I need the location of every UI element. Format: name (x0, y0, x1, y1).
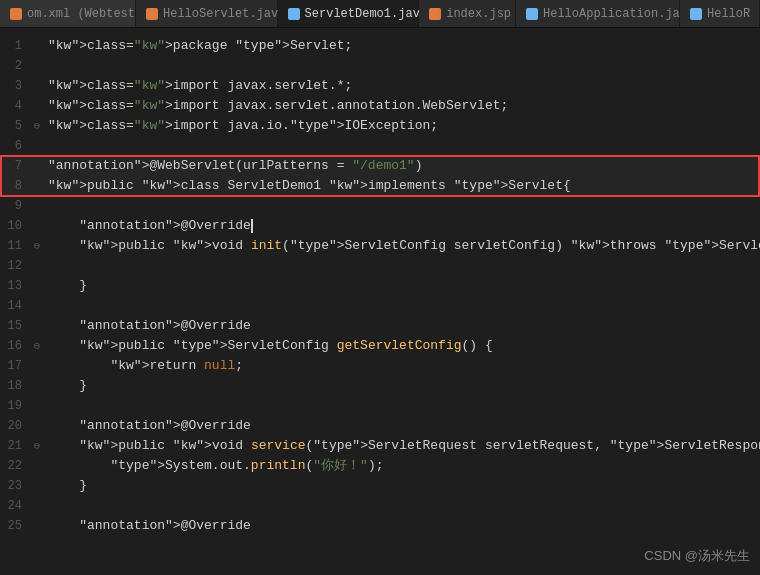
code-line: 17 "kw">return null; (0, 356, 760, 376)
line-number: 8 (0, 176, 30, 196)
code-content: "kw">class="kw">package "type">Servlet; (44, 36, 760, 56)
tab-helloservlet-label: HelloServlet.java (163, 7, 285, 21)
tab-bar: om.xml (Webtest) × HelloServlet.java × S… (0, 0, 760, 28)
line-number: 5 (0, 116, 30, 136)
fold-marker[interactable]: ⊖ (30, 336, 44, 356)
line-number: 13 (0, 276, 30, 296)
tab-helloapplication[interactable]: HelloApplication.java × (516, 0, 680, 27)
tab-hellorr[interactable]: HelloR × (680, 0, 760, 27)
line-number: 6 (0, 136, 30, 156)
code-line: 5⊖"kw">class="kw">import java.io."type">… (0, 116, 760, 136)
line-number: 20 (0, 416, 30, 436)
code-line: 2 (0, 56, 760, 76)
tab-xml[interactable]: om.xml (Webtest) × (0, 0, 136, 27)
code-line: 20 "annotation">@Override (0, 416, 760, 436)
tab-helloservlet[interactable]: HelloServlet.java × (136, 0, 278, 27)
line-number: 23 (0, 476, 30, 496)
code-content: "annotation">@Override (44, 416, 760, 436)
line-number: 24 (0, 496, 30, 516)
code-content: } (44, 476, 760, 496)
code-content: "kw">class="kw">import java.io."type">IO… (44, 116, 760, 136)
tab-hellorr-label: HelloR (707, 7, 750, 21)
code-line: 14 (0, 296, 760, 316)
code-content: "annotation">@Override (44, 316, 760, 336)
line-number: 10 (0, 216, 30, 236)
line-number: 17 (0, 356, 30, 376)
code-line: 12 (0, 256, 760, 276)
code-line: 3 "kw">class="kw">import javax.servlet.*… (0, 76, 760, 96)
code-content: } (44, 276, 760, 296)
code-line: 21⊖ "kw">public "kw">void service("type"… (0, 436, 760, 456)
code-line: 25 "annotation">@Override (0, 516, 760, 536)
code-line: 6 (0, 136, 760, 156)
line-number: 7 (0, 156, 30, 176)
code-content: "kw">public "kw">void service("type">Ser… (44, 436, 760, 456)
tab-xml-label: om.xml (Webtest) (27, 7, 142, 21)
code-line: 23 } (0, 476, 760, 496)
code-line: 10 "annotation">@Override (0, 216, 760, 236)
line-number: 21 (0, 436, 30, 456)
line-number: 22 (0, 456, 30, 476)
code-line: 1 "kw">class="kw">package "type">Servlet… (0, 36, 760, 56)
code-content (44, 296, 760, 316)
code-content: "kw">return null; (44, 356, 760, 376)
code-content: "annotation">@Override (44, 516, 760, 536)
code-content: "kw">class="kw">import javax.servlet.*; (44, 76, 760, 96)
code-content: "annotation">@WebServlet(urlPatterns = "… (44, 156, 760, 176)
code-content: } (44, 376, 760, 396)
code-line: 13 } (0, 276, 760, 296)
line-number: 1 (0, 36, 30, 56)
code-line: 11⊖ "kw">public "kw">void init("type">Se… (0, 236, 760, 256)
java-hello-icon (690, 8, 702, 20)
code-content (44, 256, 760, 276)
line-number: 9 (0, 196, 30, 216)
jsp-icon (429, 8, 441, 20)
line-number: 12 (0, 256, 30, 276)
tab-index-label: index.jsp (446, 7, 511, 21)
code-content: "kw">public "kw">void init("type">Servle… (44, 236, 760, 256)
code-content (44, 196, 760, 216)
code-content: "kw">public "type">ServletConfig getServ… (44, 336, 760, 356)
tab-helloapplication-label: HelloApplication.java (543, 7, 694, 21)
line-number: 14 (0, 296, 30, 316)
code-content: "annotation">@Override (44, 216, 760, 236)
fold-marker[interactable]: ⊖ (30, 436, 44, 456)
tab-servletdemo-label: ServletDemo1.java (305, 7, 427, 21)
code-content (44, 56, 760, 76)
line-number: 16 (0, 336, 30, 356)
code-content (44, 136, 760, 156)
code-content: "type">System.out.println("你好！"); (44, 456, 760, 476)
line-number: 18 (0, 376, 30, 396)
java-servlet-icon (288, 8, 300, 20)
code-line: 4 "kw">class="kw">import javax.servlet.a… (0, 96, 760, 116)
tab-index[interactable]: index.jsp × (419, 0, 516, 27)
line-number: 15 (0, 316, 30, 336)
line-number: 19 (0, 396, 30, 416)
code-content: "kw">class="kw">import javax.servlet.ann… (44, 96, 760, 116)
code-line: 8 "kw">public "kw">class ServletDemo1 "k… (0, 176, 760, 196)
line-number: 11 (0, 236, 30, 256)
code-editor[interactable]: 1 "kw">class="kw">package "type">Servlet… (0, 28, 760, 575)
xml-icon (10, 8, 22, 20)
fold-marker[interactable]: ⊖ (30, 116, 44, 136)
line-number: 4 (0, 96, 30, 116)
tab-servletdemo[interactable]: ServletDemo1.java × (278, 0, 420, 27)
code-line: 16⊖ "kw">public "type">ServletConfig get… (0, 336, 760, 356)
code-line: 24 (0, 496, 760, 516)
line-number: 2 (0, 56, 30, 76)
code-content: "kw">public "kw">class ServletDemo1 "kw"… (44, 176, 760, 196)
line-number: 3 (0, 76, 30, 96)
line-number: 25 (0, 516, 30, 536)
code-line: 15 "annotation">@Override (0, 316, 760, 336)
code-line: 19 (0, 396, 760, 416)
watermark: CSDN @汤米先生 (644, 547, 750, 565)
code-line: 7 "annotation">@WebServlet(urlPatterns =… (0, 156, 760, 176)
code-line: 9 (0, 196, 760, 216)
code-content (44, 496, 760, 516)
code-line: 22 "type">System.out.println("你好！"); (0, 456, 760, 476)
fold-marker[interactable]: ⊖ (30, 236, 44, 256)
code-content (44, 396, 760, 416)
java-icon-1 (146, 8, 158, 20)
code-line: 18 } (0, 376, 760, 396)
java-app-icon (526, 8, 538, 20)
